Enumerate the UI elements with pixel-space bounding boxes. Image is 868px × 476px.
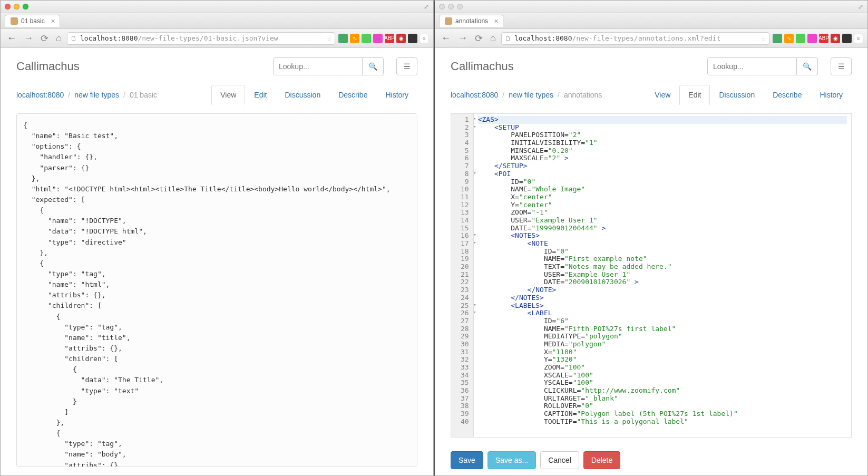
close-window-icon[interactable] xyxy=(5,4,11,9)
back-button[interactable]: ← xyxy=(5,33,18,44)
ext-icon[interactable] xyxy=(773,34,782,43)
search-icon: 🔍 xyxy=(368,62,377,71)
browser-tabs: 01 basic ✕ xyxy=(1,13,433,29)
tab-discussion[interactable]: Discussion xyxy=(276,85,329,105)
tab-describe[interactable]: Describe xyxy=(329,85,376,105)
bookmark-icon[interactable]: ☆ xyxy=(762,34,766,43)
breadcrumb-row: localhost:8080 / new file types / annota… xyxy=(435,81,867,105)
breadcrumb-link[interactable]: new file types xyxy=(74,91,119,99)
right-window: ⤢ annotations ✕ ← → ⟳ ⌂ 🗋 localhost:8080… xyxy=(434,0,868,476)
menu-icon[interactable]: ≡ xyxy=(420,34,429,43)
forward-button[interactable]: → xyxy=(22,33,35,44)
page-icon: 🗋 xyxy=(71,35,77,42)
lookup-input[interactable] xyxy=(707,57,797,75)
back-button[interactable]: ← xyxy=(439,33,453,44)
breadcrumb-sep: / xyxy=(558,91,560,99)
expand-icon[interactable]: ⤢ xyxy=(858,3,863,11)
page: Callimachus 🔍 ☰ localhost:8080 / new fil… xyxy=(1,48,433,475)
lookup-input[interactable] xyxy=(273,57,363,75)
delete-button[interactable]: Delete xyxy=(583,451,620,469)
browser-tab[interactable]: annotations ✕ xyxy=(439,15,503,27)
ext-icon[interactable] xyxy=(373,34,383,43)
breadcrumb-link[interactable]: localhost:8080 xyxy=(16,91,64,99)
minimize-window-icon[interactable] xyxy=(448,4,454,9)
breadcrumb-sep: / xyxy=(123,91,125,99)
rss-icon[interactable]: ∿ xyxy=(350,34,359,43)
rss-icon[interactable]: ∿ xyxy=(784,34,794,43)
tab-view[interactable]: View xyxy=(646,85,679,105)
close-tab-icon[interactable]: ✕ xyxy=(51,18,55,25)
browser-toolbar: ← → ⟳ ⌂ 🗋 localhost:8080/new-file-types/… xyxy=(435,29,867,48)
tab-edit[interactable]: Edit xyxy=(245,85,276,105)
abp-icon[interactable]: ABP xyxy=(819,34,828,43)
hamburger-button[interactable]: ☰ xyxy=(831,57,852,75)
lookup-button[interactable]: 🔍 xyxy=(797,57,818,75)
tab-history[interactable]: History xyxy=(376,85,417,105)
bookmark-icon[interactable]: ☆ xyxy=(327,34,331,43)
extensions: ∿ ABP ◉ ≡ xyxy=(338,34,429,43)
extensions: ∿ ABP ◉ ≡ xyxy=(773,34,863,43)
abp-icon[interactable]: ABP xyxy=(385,34,394,43)
breadcrumb-link[interactable]: localhost:8080 xyxy=(451,91,498,99)
app-title: Callimachus xyxy=(451,60,514,73)
tab-title: 01 basic xyxy=(21,17,45,25)
page-icon: 🗋 xyxy=(505,35,511,42)
tab-view[interactable]: View xyxy=(211,85,245,105)
save-as-button[interactable]: Save as... xyxy=(487,451,536,469)
forward-button[interactable]: → xyxy=(456,33,470,44)
lookup: 🔍 xyxy=(273,57,384,75)
zoom-window-icon[interactable] xyxy=(457,4,463,9)
url-bar[interactable]: 🗋 localhost:8080/new-file-types/annotati… xyxy=(501,32,769,45)
reload-button[interactable]: ⟳ xyxy=(38,33,51,44)
hamburger-icon: ☰ xyxy=(838,62,845,71)
breadcrumb-sep: / xyxy=(68,91,70,99)
code-area[interactable]: <ZAS> <SETUP PANELPOSITION="2" INITIALVI… xyxy=(474,114,851,437)
url-text: localhost:8080/new-file-types/01-basic.j… xyxy=(80,34,324,42)
expand-icon[interactable]: ⤢ xyxy=(424,3,429,11)
home-button[interactable]: ⌂ xyxy=(54,33,64,44)
breadcrumb-current: annotations xyxy=(564,91,602,99)
home-button[interactable]: ⌂ xyxy=(488,33,498,44)
code-editor[interactable]: 1234567891011121314151617181920212223242… xyxy=(451,113,852,438)
url-text: localhost:8080/new-file-types/annotation… xyxy=(514,34,758,42)
left-window: ⤢ 01 basic ✕ ← → ⟳ ⌂ 🗋 localhost:8080/ne… xyxy=(0,0,434,476)
ext-icon[interactable] xyxy=(807,34,817,43)
page: Callimachus 🔍 ☰ localhost:8080 / new fil… xyxy=(435,48,867,475)
line-gutter: 1234567891011121314151617181920212223242… xyxy=(451,114,474,437)
breadcrumb-sep: / xyxy=(502,91,504,99)
titlebar: ⤢ xyxy=(1,1,433,13)
close-window-icon[interactable] xyxy=(439,4,445,9)
tab-edit[interactable]: Edit xyxy=(679,85,710,105)
ext-icon[interactable] xyxy=(362,34,371,43)
ext-icon[interactable] xyxy=(796,34,805,43)
ext-icon[interactable]: ◉ xyxy=(396,34,406,43)
ext-icon[interactable]: ◉ xyxy=(831,34,840,43)
json-viewer[interactable]: { "name": "Basic test", "options": { "ha… xyxy=(16,113,417,467)
tab-describe[interactable]: Describe xyxy=(764,85,811,105)
minimize-window-icon[interactable] xyxy=(14,4,19,9)
reload-button[interactable]: ⟳ xyxy=(473,33,485,44)
lookup-button[interactable]: 🔍 xyxy=(363,57,384,75)
page-tabs: ViewEditDiscussionDescribeHistory xyxy=(211,85,417,105)
tab-title: annotations xyxy=(455,17,488,25)
content-area: 1234567891011121314151617181920212223242… xyxy=(435,105,867,446)
ext-icon[interactable] xyxy=(408,34,417,43)
app-header: Callimachus 🔍 ☰ xyxy=(435,48,867,81)
browser-tab[interactable]: 01 basic ✕ xyxy=(5,15,60,27)
ext-icon[interactable] xyxy=(338,34,348,43)
save-button[interactable]: Save xyxy=(451,451,483,469)
cancel-button[interactable]: Cancel xyxy=(540,451,579,469)
browser-tabs: annotations ✕ xyxy=(435,13,867,29)
tab-discussion[interactable]: Discussion xyxy=(710,85,764,105)
ext-icon[interactable] xyxy=(842,34,852,43)
menu-icon[interactable]: ≡ xyxy=(854,34,863,43)
window-controls xyxy=(5,4,28,9)
app-header: Callimachus 🔍 ☰ xyxy=(1,48,433,81)
page-tabs: ViewEditDiscussionDescribeHistory xyxy=(646,85,852,105)
hamburger-button[interactable]: ☰ xyxy=(396,57,417,75)
url-bar[interactable]: 🗋 localhost:8080/new-file-types/01-basic… xyxy=(67,32,335,45)
close-tab-icon[interactable]: ✕ xyxy=(494,18,499,25)
breadcrumb-link[interactable]: new file types xyxy=(509,91,553,99)
tab-history[interactable]: History xyxy=(811,85,852,105)
zoom-window-icon[interactable] xyxy=(23,4,28,9)
